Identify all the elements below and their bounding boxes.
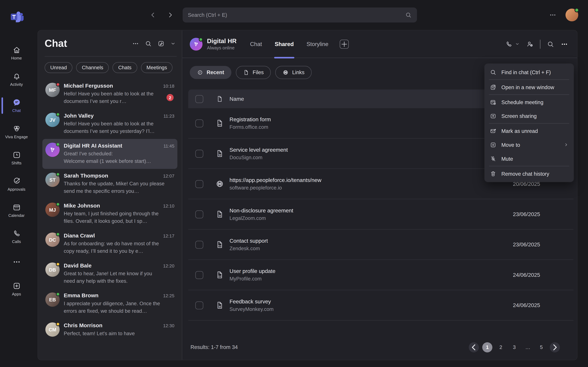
menu-item-open-in-a-new-window[interactable]: Open in a new window	[484, 80, 574, 94]
file-row[interactable]: PDF Contact support Zendesk.com 23/06/20…	[188, 230, 573, 260]
file-type-header-icon	[216, 95, 224, 103]
conversation-item[interactable]: CM Chris Morrison 12:30 Perfect, team! L…	[43, 319, 177, 349]
pill-label: Files	[253, 69, 264, 75]
page-button-3[interactable]: 3	[509, 342, 519, 352]
menu-item-move-to[interactable]: Move to	[484, 138, 574, 152]
conversation-item[interactable]: Digital HR AI Assistant 11:45 Great! I'v…	[43, 139, 177, 169]
chat-filter-chip-meetings[interactable]: Meetings	[141, 62, 173, 73]
next-page-button[interactable]	[550, 342, 560, 352]
menu-item-label: Mute	[501, 156, 513, 162]
conversation-item[interactable]: DB David Bale 12:20 Great to hear, Jane!…	[43, 259, 177, 289]
call-options-chevron-icon[interactable]	[515, 42, 520, 47]
file-row[interactable]: W Non-disclosure agreement LegalZoom.com…	[188, 199, 573, 230]
menu-item-schedule-meeting[interactable]: Schedule meeting	[484, 95, 574, 109]
file-row[interactable]: PDF User profile update MyProfile.com 24…	[188, 260, 573, 290]
tab-chat[interactable]: Chat	[250, 30, 262, 58]
conversation-item[interactable]: JV John Valley 11:23 Hello! Have you bee…	[43, 109, 177, 139]
menu-item-mark-as-unread[interactable]: Mark as unread	[484, 124, 574, 138]
chat-filter-chip-chats[interactable]: Chats	[112, 62, 137, 73]
conversation-name: John Valley	[64, 113, 160, 119]
conversation-item[interactable]: EB Emma Brown 12:25 I appreciate your di…	[43, 289, 177, 319]
menu-item-icon	[490, 69, 496, 75]
row-checkbox[interactable]	[195, 119, 203, 127]
conversation-time: 12:20	[163, 263, 174, 268]
conversation-item[interactable]: ST Sarah Thompson 12:07 Thanks for the u…	[43, 169, 177, 199]
file-type-icon: W	[215, 210, 224, 219]
row-checkbox[interactable]	[195, 271, 203, 279]
shared-filter-files[interactable]: Files	[236, 66, 271, 79]
conversation-name: Chris Morrison	[64, 323, 160, 328]
rail-item-apps[interactable]: Apps	[0, 277, 33, 300]
select-all-checkbox[interactable]	[195, 95, 203, 103]
rail-item-icon	[12, 281, 21, 290]
call-icon[interactable]	[505, 40, 513, 48]
tab-storyline[interactable]: Storyline	[307, 30, 329, 58]
nav-back-icon[interactable]	[149, 11, 157, 19]
rail-item-approvals[interactable]: Approvals	[0, 172, 33, 196]
menu-item-label: Move to	[501, 142, 520, 148]
add-tab-button[interactable]	[340, 40, 349, 49]
chat-options-icon[interactable]	[561, 40, 568, 48]
top-bar	[33, 0, 588, 30]
rail-item-chat[interactable]: Chat	[0, 94, 33, 117]
chat-more-icon[interactable]	[132, 40, 139, 47]
rail-items: Home Activity Chat Viva Engage Shifts Ap…	[0, 41, 33, 303]
shared-filter-pills: Recent Files Links	[190, 66, 311, 79]
chat-search-icon[interactable]	[145, 40, 152, 47]
row-checkbox[interactable]	[195, 150, 203, 157]
digital-hr-avatar[interactable]	[190, 38, 202, 50]
menu-item-screen-sharing[interactable]: Screen sharing	[484, 109, 574, 123]
rail-item-more[interactable]	[0, 251, 33, 274]
page-button-2[interactable]: 2	[496, 342, 506, 352]
row-checkbox[interactable]	[195, 301, 203, 309]
user-avatar[interactable]	[565, 8, 578, 21]
file-date: 24/06/2025	[480, 272, 573, 278]
rail-item-label: Calendar	[9, 213, 25, 217]
search-input[interactable]	[188, 12, 405, 18]
menu-item-remove-chat-history[interactable]: Remove chat history	[484, 167, 574, 181]
row-checkbox[interactable]	[195, 180, 203, 188]
chat-filter-chip-channels[interactable]: Channels	[76, 62, 109, 73]
rail-item-shifts[interactable]: Shifts	[0, 146, 33, 169]
file-name: User profile update	[230, 268, 475, 274]
conversation-time: 10:18	[163, 83, 174, 89]
header-actions-divider	[540, 40, 540, 49]
chat-panel-title: Chat	[44, 38, 132, 49]
menu-item-mute[interactable]: Mute	[484, 152, 574, 166]
nav-forward-icon[interactable]	[166, 11, 174, 19]
presence-badge	[56, 262, 60, 266]
shared-filter-links[interactable]: Links	[275, 66, 311, 79]
menu-item-label: Screen sharing	[501, 113, 537, 119]
rail-item-home[interactable]: Home	[0, 41, 33, 64]
add-people-icon[interactable]	[526, 40, 534, 48]
rail-item-calendar[interactable]: Calendar	[0, 199, 33, 222]
conversation-item[interactable]: DC Diana Crawl 12:17 As for onboarding: …	[43, 229, 177, 259]
page-button-5[interactable]: 5	[536, 342, 546, 352]
tab-shared[interactable]: Shared	[275, 30, 294, 58]
topbar-more-icon[interactable]	[549, 11, 556, 19]
rail-item-calls[interactable]: Calls	[0, 225, 33, 248]
menu-item-label: Remove chat history	[501, 171, 549, 177]
page-button-1[interactable]: 1	[482, 342, 492, 352]
chat-filter-chip-unread[interactable]: Unread	[44, 62, 72, 73]
menu-item-label: Find in chat (Ctrl + F)	[501, 69, 551, 75]
file-source: DocuSign.com	[230, 155, 475, 160]
menu-divider	[489, 166, 569, 166]
menu-divider	[489, 123, 569, 124]
chat-filter-chevron-icon[interactable]	[170, 41, 176, 47]
row-checkbox[interactable]	[195, 210, 203, 218]
conversation-item[interactable]: MF Michael Fergusson 10:18 Hello! Have y…	[43, 79, 177, 109]
prev-page-button[interactable]	[469, 342, 479, 352]
file-row[interactable]: W Feedback survey SurveyMonkey.com 24/06…	[188, 290, 573, 320]
find-in-chat-icon[interactable]	[547, 40, 554, 48]
file-type-icon: PDF	[215, 119, 224, 128]
menu-item-find-in-chat-ctrl-f[interactable]: Find in chat (Ctrl + F)	[484, 65, 574, 79]
rail-item-activity[interactable]: Activity	[0, 67, 33, 91]
global-search[interactable]	[183, 8, 417, 23]
rail-item-viva-engage[interactable]: Viva Engage	[0, 120, 33, 143]
new-chat-icon[interactable]	[157, 40, 165, 47]
conversation-item[interactable]: MJ Mike Johnson 12:10 Hey team, I just f…	[43, 199, 177, 229]
shared-filter-recent[interactable]: Recent	[190, 66, 231, 79]
row-checkbox[interactable]	[195, 241, 203, 248]
rail-item-icon	[12, 177, 21, 185]
